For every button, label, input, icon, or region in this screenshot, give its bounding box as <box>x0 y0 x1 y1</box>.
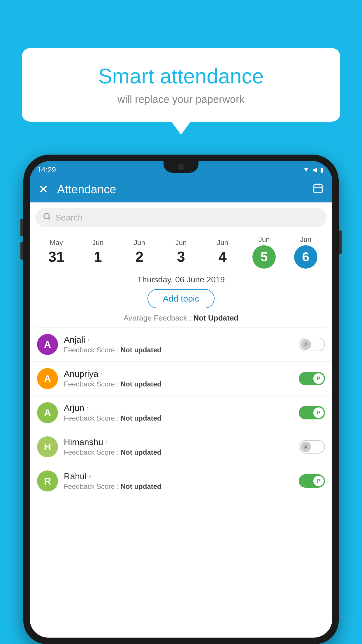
phone-content: Search May 31 Jun 1 Jun 2 <box>30 202 332 638</box>
battery-icon: ▮ <box>320 166 324 174</box>
phone-notch <box>164 161 198 173</box>
student-anjali[interactable]: A Anjali › Feedback Score : Not updated … <box>30 328 332 362</box>
phone-screen: 14:29 ▼ ◀ ▮ ✕ Attendance <box>30 161 332 638</box>
volume-up-button <box>20 219 23 236</box>
calendar-icon[interactable] <box>312 183 324 196</box>
signal-icon: ◀ <box>312 166 317 174</box>
student-info-rahul: Rahul › Feedback Score : Not updated <box>64 471 293 491</box>
avatar-rahul: R <box>37 470 58 491</box>
student-list: A Anjali › Feedback Score : Not updated … <box>30 328 332 498</box>
student-info-himanshu: Himanshu › Feedback Score : Not updated <box>64 437 293 456</box>
wifi-icon: ▼ <box>303 166 309 174</box>
date-strip: May 31 Jun 1 Jun 2 Jun 3 <box>30 232 332 272</box>
volume-down-button <box>20 242 23 260</box>
close-button[interactable]: ✕ <box>38 183 48 196</box>
search-icon <box>43 212 51 223</box>
date-jun6[interactable]: Jun 6 <box>285 235 326 269</box>
student-info-anjali: Anjali › Feedback Score : Not updated <box>64 335 293 354</box>
status-time: 14:29 <box>37 165 56 174</box>
avatar-anjali: A <box>37 334 58 355</box>
chevron-icon: › <box>106 438 108 446</box>
toggle-knob: P <box>313 407 324 418</box>
bubble-title: Smart attendance <box>39 64 323 88</box>
chevron-icon: › <box>87 336 89 344</box>
avatar-himanshu: H <box>37 436 58 457</box>
toggle-knob: P <box>313 476 324 486</box>
toggle-knob: A <box>301 442 311 452</box>
app-title: Attendance <box>57 183 304 196</box>
attendance-toggle-arjun[interactable]: P <box>299 406 325 419</box>
toggle-knob: A <box>301 339 311 350</box>
search-placeholder: Search <box>55 213 83 223</box>
date-jun3[interactable]: Jun 3 <box>160 239 202 265</box>
avatar-arjun: A <box>37 402 58 423</box>
app-header: ✕ Attendance <box>30 176 332 202</box>
svg-rect-0 <box>314 184 322 193</box>
svg-point-4 <box>44 214 50 219</box>
attendance-toggle-rahul[interactable]: P <box>299 474 325 488</box>
toggle-knob: P <box>313 373 324 384</box>
date-jun4[interactable]: Jun 4 <box>202 239 243 265</box>
chevron-icon: › <box>101 370 103 378</box>
svg-line-5 <box>48 218 50 219</box>
selected-date: Thursday, 06 June 2019 <box>30 275 332 284</box>
chevron-icon: › <box>87 404 89 412</box>
speech-bubble: Smart attendance will replace your paper… <box>22 48 340 122</box>
attendance-toggle-anupriya[interactable]: P <box>299 372 325 385</box>
bubble-subtitle: will replace your paperwork <box>39 93 323 106</box>
date-jun2[interactable]: Jun 2 <box>119 239 160 265</box>
date-may31[interactable]: May 31 <box>36 239 77 265</box>
date-jun1[interactable]: Jun 1 <box>77 239 119 265</box>
date-jun5[interactable]: Jun 5 <box>243 235 285 269</box>
student-anupriya[interactable]: A Anupriya › Feedback Score : Not update… <box>30 362 332 396</box>
power-button <box>339 230 342 254</box>
phone-frame: 14:29 ▼ ◀ ▮ ✕ Attendance <box>23 155 339 644</box>
avatar-anupriya: A <box>37 368 58 389</box>
student-info-anupriya: Anupriya › Feedback Score : Not updated <box>64 369 293 388</box>
attendance-toggle-himanshu[interactable]: A <box>299 440 325 454</box>
chevron-icon: › <box>89 473 91 480</box>
add-topic-button[interactable]: Add topic <box>147 289 214 308</box>
student-rahul[interactable]: R Rahul › Feedback Score : Not updated P <box>30 464 332 498</box>
attendance-toggle-anjali[interactable]: A <box>299 338 325 351</box>
student-himanshu[interactable]: H Himanshu › Feedback Score : Not update… <box>30 430 332 464</box>
student-info-arjun: Arjun › Feedback Score : Not updated <box>64 403 293 422</box>
search-bar[interactable]: Search <box>36 208 326 227</box>
front-camera <box>178 164 184 170</box>
student-arjun[interactable]: A Arjun › Feedback Score : Not updated P <box>30 396 332 430</box>
avg-feedback: Average Feedback : Not Updated <box>30 314 332 323</box>
status-icons: ▼ ◀ ▮ <box>303 166 324 174</box>
